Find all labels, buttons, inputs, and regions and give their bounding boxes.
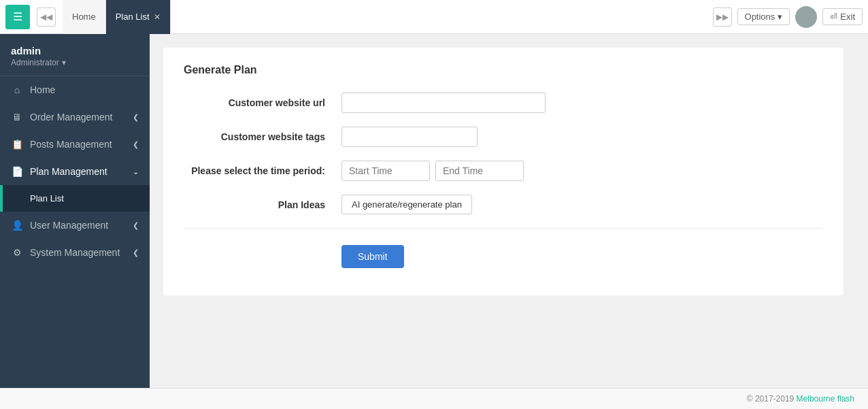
- form-group-url: Customer website url: [184, 93, 823, 113]
- label-plan-ideas: Plan Ideas: [184, 199, 333, 210]
- footer-copyright: © 2017-2019: [747, 394, 797, 404]
- footer-link[interactable]: Melbourne flash: [797, 394, 854, 404]
- form-divider: [184, 228, 823, 229]
- footer: © 2017-2019 Melbourne flash: [0, 388, 868, 409]
- tab-close-icon[interactable]: ✕: [154, 12, 161, 22]
- label-url: Customer website url: [184, 97, 333, 108]
- tab-bar: Home Plan List ✕: [63, 0, 171, 34]
- sidebar-item-posts-management[interactable]: 📋 Posts Management ❮: [0, 131, 150, 158]
- exit-icon: ⏎: [830, 12, 837, 22]
- options-button[interactable]: Options ▾: [737, 8, 790, 25]
- user-chevron-icon: ❮: [133, 221, 139, 230]
- customer-website-url-input[interactable]: [341, 93, 546, 113]
- sidebar-username: admin: [11, 45, 139, 56]
- user-icon: 👤: [11, 220, 23, 231]
- sidebar-item-order-management[interactable]: 🖥 Order Management ❮: [0, 103, 150, 131]
- order-chevron-icon: ❮: [133, 113, 139, 122]
- role-chevron-icon: ▾: [62, 58, 66, 67]
- hamburger-button[interactable]: ☰: [5, 5, 30, 29]
- sidebar: admin Administrator ▾ ⌂ Home 🖥 Order Man…: [0, 34, 150, 388]
- plan-management-submenu: Plan List: [0, 185, 150, 212]
- system-chevron-icon: ❮: [133, 248, 139, 257]
- customer-website-tags-input[interactable]: [341, 127, 478, 147]
- time-inputs: [341, 161, 524, 181]
- sidebar-item-user-management[interactable]: 👤 User Management ❮: [0, 212, 150, 239]
- plan-icon: 📄: [11, 166, 23, 177]
- posts-icon: 📋: [11, 139, 23, 150]
- form-group-time: Please select the time period:: [184, 161, 823, 181]
- page-title: Generate Plan: [184, 64, 823, 76]
- sidebar-item-plan-management[interactable]: 📄 Plan Management ⌄: [0, 158, 150, 185]
- label-time: Please select the time period:: [184, 165, 333, 176]
- options-chevron-icon: ▾: [778, 12, 782, 22]
- form-group-plan-ideas: Plan Ideas AI generate/regenerate plan: [184, 195, 823, 214]
- sidebar-item-plan-list[interactable]: Plan List: [0, 185, 150, 212]
- content-card: Generate Plan Customer website url Custo…: [163, 48, 844, 295]
- start-time-input[interactable]: [341, 161, 430, 181]
- form-group-tags: Customer website tags: [184, 127, 823, 147]
- end-time-input[interactable]: [435, 161, 524, 181]
- plan-ideas-area: AI generate/regenerate plan: [341, 195, 472, 214]
- sidebar-item-system-management[interactable]: ⚙ System Management ❮: [0, 239, 150, 266]
- nav-back-button[interactable]: ◀◀: [37, 7, 56, 27]
- sidebar-item-home[interactable]: ⌂ Home: [0, 76, 150, 103]
- home-icon: ⌂: [11, 84, 23, 95]
- fast-forward-button[interactable]: ▶▶: [713, 7, 732, 27]
- main-content: Generate Plan Customer website url Custo…: [150, 34, 868, 388]
- exit-button[interactable]: ⏎ Exit: [822, 8, 863, 25]
- layout: admin Administrator ▾ ⌂ Home 🖥 Order Man…: [0, 34, 868, 388]
- sidebar-nav: ⌂ Home 🖥 Order Management ❮ 📋 Posts Mana…: [0, 76, 150, 388]
- sidebar-user: admin Administrator ▾: [0, 34, 150, 76]
- posts-chevron-icon: ❮: [133, 140, 139, 149]
- avatar: [795, 6, 817, 28]
- sidebar-role: Administrator ▾: [11, 58, 139, 67]
- top-bar-right: ▶▶ Options ▾ ⏎ Exit: [713, 6, 863, 28]
- submit-button[interactable]: Submit: [341, 245, 404, 268]
- system-icon: ⚙: [11, 247, 23, 258]
- plan-chevron-icon: ⌄: [133, 167, 139, 176]
- order-icon: 🖥: [11, 112, 23, 122]
- ai-generate-button[interactable]: AI generate/regenerate plan: [341, 195, 472, 214]
- tab-plan-list[interactable]: Plan List ✕: [106, 0, 171, 34]
- tab-home[interactable]: Home: [63, 0, 106, 34]
- nav-arrows: ◀◀: [37, 7, 56, 27]
- top-bar: ☰ ◀◀ Home Plan List ✕ ▶▶ Options ▾ ⏎ Exi…: [0, 0, 868, 34]
- label-tags: Customer website tags: [184, 131, 333, 142]
